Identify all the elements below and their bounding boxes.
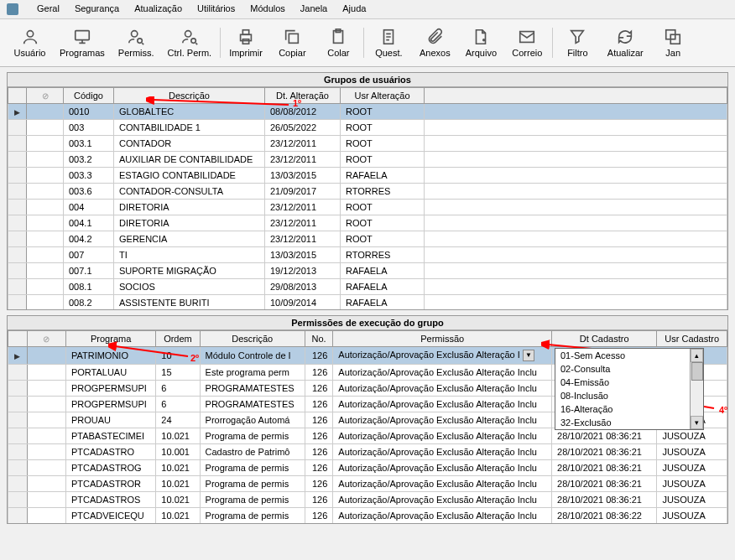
cell-ordem[interactable]: 10.021 [156, 508, 200, 523]
cell-dt[interactable]: 13/03/2015 [265, 168, 341, 184]
cell-usr-cadastro[interactable]: JUSOUZA [657, 492, 727, 508]
cell-dt[interactable]: 21/09/2017 [265, 184, 341, 200]
row-header[interactable] [8, 295, 27, 310]
cell-no[interactable]: 126 [305, 397, 332, 412]
row-header[interactable] [8, 476, 28, 492]
cell-no[interactable]: 126 [305, 476, 332, 492]
cell-permissao[interactable]: Autorização/Aprovação Exclusão Alteração… [333, 444, 552, 460]
cell-usr[interactable]: RAFAELA [341, 295, 425, 310]
cell-dt[interactable]: 23/12/2011 [265, 136, 341, 152]
cell-usr-cadastro[interactable]: JUSOUZA [657, 476, 727, 492]
cell-usr[interactable]: ROOT [341, 200, 425, 215]
cell-ordem[interactable]: 10.001 [156, 444, 200, 460]
cell-usr-cadastro[interactable]: JUSOUZA [657, 460, 727, 476]
cell-codigo[interactable]: 008.1 [64, 279, 114, 295]
cell-programa[interactable]: PTCADASTROR [65, 476, 155, 492]
cell-ordem[interactable]: 10 [156, 347, 200, 365]
table-row[interactable]: 004.2GERENCIA23/12/2011ROOT [8, 231, 727, 247]
cell-usr[interactable]: RAFAELA [341, 263, 425, 279]
row-header[interactable] [8, 508, 28, 523]
cell-dt-cadastro[interactable]: 28/10/2021 08:36:22 [552, 508, 657, 523]
cell-descricao[interactable]: ASSISTENTE BURITI [114, 295, 265, 310]
cell-no[interactable]: 126 [305, 428, 332, 444]
cell-codigo[interactable]: 004.1 [64, 215, 114, 231]
cell-programa[interactable]: PROGPERMSUPI [65, 381, 155, 397]
table-row[interactable]: 003.1CONTADOR23/12/2011ROOT [8, 136, 727, 152]
dropdown-option[interactable]: 01-Sem Acesso [555, 349, 703, 362]
col-ordem[interactable]: Ordem [156, 331, 200, 347]
row-header[interactable] [8, 279, 27, 295]
cell-descricao[interactable]: DIRETORIA [114, 200, 265, 215]
perms-grid-wrap[interactable]: Programa Ordem Descrição No. Permissão D… [8, 330, 727, 523]
cell-descricao[interactable]: GERENCIA [114, 231, 265, 247]
row-header[interactable] [8, 120, 27, 136]
cell-programa[interactable]: PTCADASTROS [65, 492, 155, 508]
cell-permissao[interactable]: Autorização/Aprovação Exclusão Alteração… [333, 460, 552, 476]
row-header[interactable] [8, 381, 28, 397]
quest-button[interactable]: Quest. [366, 24, 412, 61]
table-row[interactable]: 003.6CONTADOR-CONSULTA21/09/2017RTORRES [8, 184, 727, 200]
row-header[interactable] [8, 152, 27, 168]
menu-seguranca[interactable]: Segurança [75, 3, 119, 15]
row-header[interactable] [8, 412, 28, 428]
combo-button[interactable]: ▼ [523, 350, 534, 361]
cell-codigo[interactable]: 007 [64, 247, 114, 263]
row-header[interactable] [8, 397, 28, 412]
dropdown-option[interactable]: 16-Alteração [555, 402, 703, 416]
table-row[interactable]: PTCADASTROG10.021Programa de permis126Au… [8, 460, 727, 476]
dropdown-option[interactable]: 04-Emissão [555, 376, 703, 389]
permissao-dropdown[interactable]: 01-Sem Acesso 02-Consulta 04-Emissão 08-… [555, 348, 704, 430]
cell-no[interactable]: 126 [305, 412, 332, 428]
cell-programa[interactable]: PORTALUAU [65, 365, 155, 381]
cell-codigo[interactable]: 003 [64, 120, 114, 136]
menu-geral[interactable]: Geral [37, 3, 60, 15]
cell-permissao[interactable]: Autorização/Aprovação Exclusão Alteração… [333, 412, 552, 428]
cell-descricao[interactable]: Cadastro de Patrimô [200, 444, 305, 460]
cell-descricao[interactable]: AUXILIAR DE CONTABILIDADE [114, 152, 265, 168]
scroll-thumb[interactable] [691, 362, 703, 381]
cell-codigo[interactable]: 007.1 [64, 263, 114, 279]
cell-no[interactable]: 126 [305, 508, 332, 523]
row-header[interactable] [8, 263, 27, 279]
menu-modulos[interactable]: Módulos [250, 3, 285, 15]
dropdown-option[interactable]: 32-Exclusão [555, 416, 703, 429]
table-row[interactable]: 007TI13/03/2015RTORRES [8, 247, 727, 263]
cell-programa[interactable]: PROUAU [65, 412, 155, 428]
cell-usr-cadastro[interactable]: JUSOUZA [657, 508, 727, 523]
row-header[interactable] [8, 444, 28, 460]
cell-descricao[interactable]: TI [114, 247, 265, 263]
cell-no[interactable]: 126 [305, 347, 332, 365]
programas-button[interactable]: Programas [53, 24, 112, 61]
menu-utilitarios[interactable]: Utilitários [197, 3, 235, 15]
permiss-button[interactable]: Permiss. [112, 24, 161, 61]
copiar-button[interactable]: Copiar [269, 24, 315, 61]
cell-codigo[interactable]: 003.1 [64, 136, 114, 152]
row-header-col[interactable] [8, 88, 27, 104]
row-header[interactable] [8, 136, 27, 152]
cell-usr[interactable]: ROOT [341, 231, 425, 247]
cell-ordem[interactable]: 10.021 [156, 476, 200, 492]
correio-button[interactable]: Correio [504, 24, 550, 61]
anexos-button[interactable]: Anexos [412, 24, 458, 61]
col-link[interactable] [27, 88, 64, 104]
cell-dt[interactable]: 08/08/2012 [265, 104, 341, 120]
row-header[interactable] [8, 365, 28, 381]
cell-descricao[interactable]: CONTABILIDADE 1 [114, 120, 265, 136]
cell-descricao[interactable]: PROGRAMATESTES [200, 397, 305, 412]
cell-usr[interactable]: RTORRES [341, 247, 425, 263]
col-dt-alteracao[interactable]: Dt. Alteração [265, 88, 341, 104]
cell-codigo[interactable]: 003.6 [64, 184, 114, 200]
cell-programa[interactable]: PTABASTECIMEI [65, 428, 155, 444]
table-row[interactable]: 003CONTABILIDADE 126/05/2022ROOT [8, 120, 727, 136]
cell-permissao[interactable]: Autorização/Aprovação Exclusão Alteração… [333, 492, 552, 508]
arquivo-button[interactable]: Arquivo [458, 24, 504, 61]
cell-dt[interactable]: 23/12/2011 [265, 200, 341, 215]
cell-dt[interactable]: 26/05/2022 [265, 120, 341, 136]
cell-codigo[interactable]: 003.2 [64, 152, 114, 168]
cell-dt[interactable]: 23/12/2011 [265, 215, 341, 231]
dropdown-scrollbar[interactable]: ▴ ▾ [690, 349, 703, 429]
row-header[interactable] [8, 347, 28, 365]
col-descricao[interactable]: Descrição [114, 88, 265, 104]
cell-usr[interactable]: ROOT [341, 215, 425, 231]
table-row[interactable]: PTCADASTROR10.021Programa de permis126Au… [8, 476, 727, 492]
